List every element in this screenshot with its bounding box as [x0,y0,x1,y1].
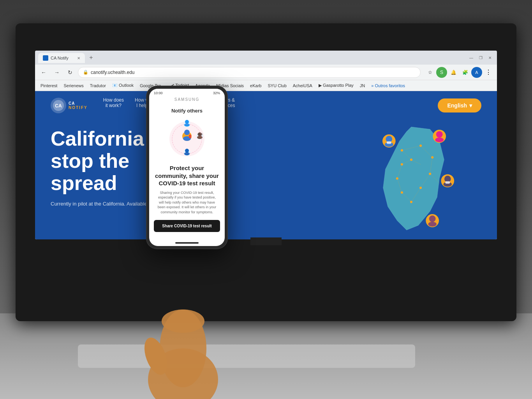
svg-text:CA: CA [55,103,62,109]
profile-icon[interactable]: A [471,67,482,78]
svg-point-35 [429,216,436,222]
extension-icon-1[interactable]: S [436,67,447,78]
website-content: CA CA NOTIFY How does it work? [35,91,497,239]
phone-content: Notify others [149,103,225,242]
bookmark-outros[interactable]: » Outros favoritos [369,83,407,89]
svg-point-50 [184,123,190,127]
language-label: English [447,102,467,109]
bookmark-ekarb[interactable]: eKarb [248,83,264,89]
url-text: canotify.uchealth.edu [91,70,135,75]
svg-point-42 [162,309,204,333]
bookmark-serienews[interactable]: Serienews [61,83,86,89]
browser-chrome: CA Notify ✕ + — ❐ ✕ ← → ↻ 🔒 canoti [35,51,497,239]
phone-main-text: Protect your community, share your COVID… [154,164,220,187]
phone-brand: SAMSUNG [149,96,225,103]
phone-status-bar: 10:00 32% [149,89,225,96]
hand-svg [125,271,241,399]
star-icon[interactable]: ☆ [425,67,435,78]
svg-point-45 [184,130,190,135]
minimize-btn[interactable]: — [467,54,475,62]
hand-area [125,271,249,399]
chevron-down-icon: ▾ [469,102,472,109]
extension-icon-2[interactable]: 🔔 [448,67,459,78]
bookmarks-bar: Pinterest Serienews Tradutor 📧 Outlook G… [35,80,497,91]
phone-cta-label: Share COVID-19 test result [162,224,211,228]
reload-btn[interactable]: ↻ [65,67,76,78]
logo-svg: CA [53,100,64,111]
phone-screen-title: Notify others [171,108,203,114]
logo-icon: CA [51,98,66,113]
bookmark-jn[interactable]: JN [358,83,367,89]
browser-toolbar: ← → ↻ 🔒 canotify.uchealth.edu ☆ S 🔔 🧩 A … [35,65,497,80]
toolbar-icons: ☆ S 🔔 🧩 A ⋮ [425,67,494,78]
tab-favicon [43,55,48,61]
window-controls: — ❐ ✕ [467,54,494,62]
phone-screen: 10:00 32% SAMSUNG Notify others [149,89,225,246]
phone-frame: 10:00 32% SAMSUNG Notify others [146,86,228,249]
menu-icon[interactable]: ⋮ [483,67,494,78]
browser-titlebar: CA Notify ✕ + — ❐ ✕ [35,51,497,65]
phone-time: 10:00 [154,91,163,95]
svg-rect-47 [189,135,191,138]
bookmark-acheiusa[interactable]: AcheiUSA [291,83,315,89]
tab-close-btn[interactable]: ✕ [77,56,80,60]
svg-point-58 [185,149,189,153]
bookmark-gasparotto[interactable]: ▶ Gasparotto Play [316,82,356,89]
logo-notify: NOTIFY [69,105,88,110]
logo-ca: CA [69,101,88,105]
new-tab-btn[interactable]: + [86,52,97,63]
bookmark-syuclub[interactable]: SYU Club [265,83,289,89]
back-btn[interactable]: ← [38,67,49,78]
hero-section: California stop the spread Currently in … [35,120,497,215]
phone-cta-button[interactable]: Share COVID-19 test result [154,220,220,232]
phone-battery: 32% [213,91,220,95]
site-logo: CA CA NOTIFY [51,98,88,113]
svg-point-49 [185,120,189,124]
monitor-screen: CA Notify ✕ + — ❐ ✕ ← → ↻ 🔒 canoti [35,51,497,239]
phone-sub-text: Sharing your COVID-19 test result, espec… [154,190,220,215]
monitor-bezel: CA Notify ✕ + — ❐ ✕ ← → ↻ 🔒 canoti [16,23,516,321]
bookmark-tradutor[interactable]: Tradutor [88,83,108,89]
address-bar[interactable]: 🔒 canotify.uchealth.edu [78,67,421,78]
phone-home-indicator [175,242,199,244]
extension-icon-3[interactable]: 🧩 [460,67,470,78]
phone-illustration-svg [162,118,212,160]
tab-title: CA Notify [51,56,69,60]
active-tab[interactable]: CA Notify ✕ [38,53,85,63]
logo-text-area: CA NOTIFY [69,101,88,110]
restore-btn[interactable]: ❐ [477,54,484,62]
forward-btn[interactable]: → [51,67,62,78]
language-button[interactable]: English ▾ [438,98,481,112]
phone-container: 10:00 32% SAMSUNG Notify others [125,86,249,399]
nav-how-it-works[interactable]: How does it work? [103,97,124,114]
phone-illustration [162,118,212,160]
svg-point-36 [428,222,437,227]
bookmark-pinterest[interactable]: Pinterest [38,83,60,89]
site-nav: CA CA NOTIFY How does it work? [35,91,497,120]
tab-bar: CA Notify ✕ + [38,52,97,63]
close-btn[interactable]: ✕ [486,54,494,62]
